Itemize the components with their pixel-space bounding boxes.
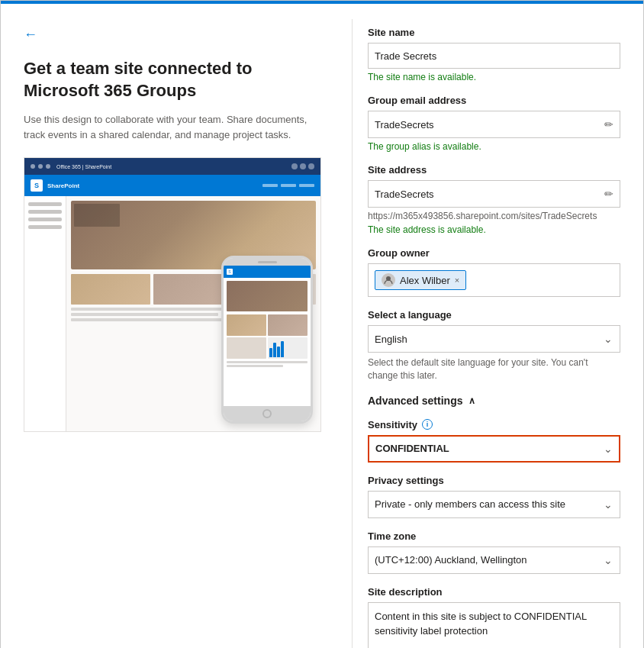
group-email-group: Group email address ✏ The group alias is… bbox=[368, 95, 620, 152]
phone-bar-3 bbox=[277, 347, 280, 357]
sensitivity-select[interactable]: CONFIDENTIAL PUBLIC INTERNAL bbox=[368, 435, 620, 463]
site-name-input[interactable] bbox=[368, 43, 620, 69]
phone-screen: S bbox=[224, 266, 311, 406]
preview-browser-bar: Office 365 | SharePoint bbox=[24, 158, 320, 175]
site-address-label: Site address bbox=[368, 164, 620, 176]
preview-sidebar-line-2 bbox=[28, 210, 62, 214]
phone-grid bbox=[227, 314, 308, 359]
preview-hero-overlay bbox=[74, 204, 120, 227]
phone-topbar: S bbox=[224, 266, 311, 278]
advanced-settings-header[interactable]: Advanced settings ∧ bbox=[368, 395, 620, 407]
group-owner-group: Group owner Alex Wilber × bbox=[368, 247, 620, 297]
preview-nav bbox=[262, 184, 314, 187]
page-description: Use this design to collaborate with your… bbox=[24, 112, 329, 142]
preview-sharepoint-bar: S SharePoint bbox=[24, 175, 320, 196]
preview-grid-1 bbox=[71, 274, 150, 305]
language-note: Select the default site language for you… bbox=[368, 356, 620, 382]
advanced-settings-chevron-icon: ∧ bbox=[469, 395, 475, 406]
preview-nav-3 bbox=[299, 184, 314, 187]
phone-sp-logo: S bbox=[227, 269, 233, 275]
group-email-input-wrapper: ✏ bbox=[368, 111, 620, 138]
privacy-settings-group: Privacy settings Private - only members … bbox=[368, 475, 620, 518]
preview-sidebar-line-1 bbox=[28, 202, 62, 206]
phone-text-lines bbox=[227, 361, 308, 367]
site-preview: Office 365 | SharePoint S SharePoint bbox=[24, 157, 321, 432]
phone-bar-4 bbox=[281, 341, 284, 358]
group-owner-box[interactable]: Alex Wilber × bbox=[368, 263, 620, 297]
phone-body bbox=[224, 278, 311, 370]
phone-preview: S bbox=[221, 256, 313, 424]
preview-dot-2 bbox=[38, 164, 43, 169]
preview-dot-3 bbox=[46, 164, 50, 169]
preview-line-2 bbox=[71, 313, 218, 316]
preview-nav-2 bbox=[281, 184, 296, 187]
phone-bar-1 bbox=[269, 348, 272, 357]
preview-sidebar bbox=[24, 196, 66, 431]
site-name-available: The site name is available. bbox=[368, 72, 620, 82]
preview-icon-3 bbox=[308, 163, 314, 169]
owner-name: Alex Wilber bbox=[400, 275, 450, 286]
preview-dot-1 bbox=[31, 164, 35, 169]
group-email-label: Group email address bbox=[368, 95, 620, 106]
timezone-select[interactable]: (UTC+12:00) Auckland, Wellington (UTC-05… bbox=[368, 546, 620, 574]
timezone-label: Time zone bbox=[368, 530, 620, 542]
group-email-input[interactable] bbox=[369, 111, 598, 137]
owner-remove-button[interactable]: × bbox=[455, 276, 459, 285]
owner-tag: Alex Wilber × bbox=[375, 270, 466, 290]
privacy-select-wrapper: Private - only members can access this s… bbox=[368, 491, 620, 518]
phone-notch bbox=[224, 258, 311, 266]
site-address-input-wrapper: ✏ bbox=[368, 180, 620, 208]
group-email-edit-icon[interactable]: ✏ bbox=[598, 118, 620, 131]
sensitivity-group: Sensitivity i CONFIDENTIAL PUBLIC INTERN… bbox=[368, 419, 620, 463]
phone-line-2 bbox=[227, 365, 283, 367]
phone-hero bbox=[227, 281, 308, 311]
phone-speaker bbox=[258, 261, 277, 263]
sensitivity-label-text: Sensitivity bbox=[368, 419, 417, 430]
language-select[interactable]: English French German Spanish bbox=[368, 325, 620, 353]
preview-nav-1 bbox=[262, 184, 278, 187]
site-address-available: The site address is available. bbox=[368, 224, 620, 235]
phone-grid-4 bbox=[268, 337, 308, 359]
group-owner-label: Group owner bbox=[368, 247, 620, 259]
language-label: Select a language bbox=[368, 309, 620, 321]
sensitivity-label: Sensitivity i bbox=[368, 419, 620, 430]
back-button[interactable]: ← bbox=[24, 27, 37, 43]
site-name-label: Site name bbox=[368, 27, 620, 38]
language-group: Select a language English French German … bbox=[368, 309, 620, 382]
page-title: Get a team site connected to Microsoft 3… bbox=[24, 58, 329, 102]
right-panel: Site name The site name is available. Gr… bbox=[352, 19, 643, 648]
site-address-group: Site address ✏ https://m365x493856.share… bbox=[368, 164, 620, 235]
timezone-select-wrapper: (UTC+12:00) Auckland, Wellington (UTC-05… bbox=[368, 546, 620, 574]
site-description-textarea[interactable]: Content in this site is subject to CONFI… bbox=[368, 602, 620, 648]
phone-bar-2 bbox=[273, 343, 276, 357]
main-window: ← Get a team site connected to Microsoft… bbox=[0, 0, 644, 648]
privacy-select[interactable]: Private - only members can access this s… bbox=[368, 491, 620, 518]
phone-line-1 bbox=[227, 361, 308, 363]
phone-grid-3 bbox=[227, 337, 266, 359]
sensitivity-select-wrapper: CONFIDENTIAL PUBLIC INTERNAL bbox=[368, 435, 620, 463]
preview-office-label: Office 365 | SharePoint bbox=[56, 164, 111, 169]
phone-grid-1 bbox=[227, 314, 266, 336]
preview-icon-2 bbox=[300, 163, 306, 169]
preview-sidebar-line-4 bbox=[28, 225, 62, 229]
language-select-wrapper: English French German Spanish bbox=[368, 325, 620, 353]
timezone-group: Time zone (UTC+12:00) Auckland, Wellingt… bbox=[368, 530, 620, 574]
site-description-label: Site description bbox=[368, 586, 620, 598]
preview-sp-text: SharePoint bbox=[47, 182, 79, 189]
owner-avatar bbox=[382, 273, 395, 287]
group-email-available: The group alias is available. bbox=[368, 141, 620, 152]
site-address-edit-icon[interactable]: ✏ bbox=[598, 188, 620, 200]
left-panel: ← Get a team site connected to Microsoft… bbox=[1, 19, 352, 648]
preview-sidebar-line-3 bbox=[28, 218, 62, 221]
phone-home-circle bbox=[262, 409, 272, 418]
preview-sp-logo: S bbox=[31, 179, 43, 192]
preview-icon-1 bbox=[291, 163, 298, 169]
site-address-url: https://m365x493856.sharepoint.com/sites… bbox=[368, 211, 620, 221]
site-name-group: Site name The site name is available. bbox=[368, 27, 620, 82]
sensitivity-info-icon[interactable]: i bbox=[422, 419, 433, 430]
site-description-group: Site description Content in this site is… bbox=[368, 586, 620, 648]
phone-chart bbox=[269, 339, 284, 357]
site-address-input[interactable] bbox=[369, 181, 598, 207]
phone-home-button bbox=[224, 406, 311, 421]
phone-grid-2 bbox=[268, 314, 308, 336]
